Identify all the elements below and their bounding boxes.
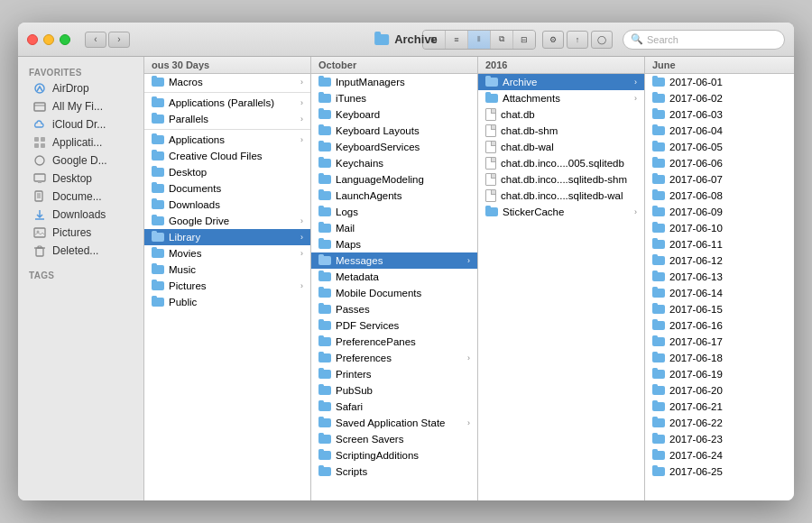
list-item[interactable]: chat.db [478,106,644,123]
sidebar-item-documents[interactable]: Docume... [22,188,140,206]
list-item[interactable]: 2017-06-07› [645,171,794,188]
list-item[interactable]: Safari [311,399,477,415]
list-item[interactable]: Keychains [311,155,477,171]
list-item[interactable]: Movies› [144,245,310,262]
list-item[interactable]: Preferences› [311,350,477,366]
list-item[interactable]: 2017-06-16› [645,317,794,334]
list-item[interactable]: Macros› [144,74,310,90]
list-item[interactable]: 2017-06-22› [645,415,794,431]
list-item[interactable]: 2017-06-19› [645,366,794,382]
list-item[interactable]: 2017-06-21› [645,399,794,415]
sidebar-item-applications[interactable]: Applicati... [22,133,140,151]
folder-icon [318,191,331,200]
list-item[interactable]: chat.db-shm [478,123,644,139]
list-item[interactable]: 2017-06-06› [645,155,794,171]
list-item[interactable]: 2017-06-17› [645,334,794,350]
list-item[interactable]: 2017-06-24› [645,447,794,463]
list-item[interactable]: 2017-06-20› [645,382,794,399]
sidebar-item-google[interactable]: Google D... [22,151,140,170]
list-item[interactable]: Messages› [311,252,477,269]
list-item[interactable]: Logs [311,204,477,220]
sidebar-item-pictures[interactable]: Pictures [22,224,140,242]
list-item[interactable]: Mail [311,220,477,236]
list-item[interactable]: Parallels› [144,111,310,127]
list-item[interactable]: 2017-06-23› [645,431,794,447]
list-item[interactable]: Metadata [311,269,477,285]
list-item[interactable]: 2017-06-15› [645,301,794,317]
list-item[interactable]: chat.db.inco....sqlitedb-wal [478,188,644,204]
list-item[interactable]: LaunchAgents [311,188,477,204]
minimize-button[interactable] [43,34,54,45]
search-placeholder: Search [647,34,678,45]
list-item[interactable]: 2017-06-03› [645,106,794,123]
list-item[interactable]: Keyboard [311,106,477,123]
forward-button[interactable]: › [108,32,130,48]
list-item[interactable]: 2017-06-11› [645,236,794,252]
list-item[interactable]: Maps [311,236,477,252]
sidebar-item-allfiles[interactable]: All My Fi... [22,97,140,115]
list-item[interactable]: Library› [144,229,310,245]
list-item[interactable]: Attachments› [478,90,644,106]
sidebar-item-airdrop[interactable]: AirDrop [22,79,140,97]
list-item[interactable]: PreferencePanes [311,334,477,350]
list-item[interactable]: Google Drive› [144,213,310,229]
list-item[interactable]: Desktop [144,164,310,180]
action-tag-button[interactable]: ◯ [591,31,613,49]
sidebar-item-downloads[interactable]: Downloads [22,206,140,224]
list-item[interactable]: 2017-06-02› [645,90,794,106]
list-item[interactable]: 2017-06-01› [645,74,794,90]
view-gallery-button[interactable]: ⊟ [513,31,535,49]
list-item[interactable]: LanguageModeling [311,171,477,188]
list-item[interactable]: Keyboard Layouts [311,123,477,139]
maximize-button[interactable] [60,34,70,45]
list-item[interactable]: Applications› [144,132,310,148]
list-item[interactable]: Music [144,262,310,278]
list-item[interactable]: 2017-06-10› [645,220,794,236]
airdrop-icon [32,81,47,96]
list-item[interactable]: Documents [144,180,310,197]
list-item[interactable]: Screen Savers [311,431,477,447]
list-item[interactable]: Creative Cloud Files [144,148,310,164]
list-item[interactable]: PubSub [311,382,477,399]
list-item[interactable]: 2017-06-18› [645,350,794,366]
sidebar-item-desktop[interactable]: Desktop [22,170,140,188]
list-item[interactable]: 2017-06-04› [645,123,794,139]
list-item[interactable]: Public [144,294,310,310]
list-item[interactable]: Printers [311,366,477,382]
list-item[interactable]: 2017-06-05› [645,139,794,155]
view-list-button[interactable]: ≡ [446,31,467,49]
list-item[interactable]: Saved Application State› [311,415,477,431]
list-item[interactable]: iTunes [311,90,477,106]
folder-icon [152,115,164,124]
list-item[interactable]: KeyboardServices [311,139,477,155]
list-item[interactable]: Archive› [478,74,644,90]
list-item[interactable]: chat.db.inco....005.sqlitedb [478,155,644,171]
list-item[interactable]: Scripts [311,463,477,480]
action-gear-button[interactable]: ⚙ [542,31,564,49]
action-share-button[interactable]: ↑ [567,31,588,49]
view-columns-button[interactable]: ⦀ [468,31,490,49]
list-item[interactable]: Downloads [144,197,310,213]
list-item[interactable]: Mobile Documents [311,285,477,301]
list-item[interactable]: 2017-06-25› [645,463,794,480]
list-item[interactable]: chat.db-wal [478,139,644,155]
view-cover-button[interactable]: ⧉ [491,31,512,49]
list-item[interactable]: 2017-06-09› [645,204,794,220]
list-item[interactable]: Pictures› [144,278,310,294]
list-item[interactable]: ScriptingAdditions [311,447,477,463]
close-button[interactable] [27,34,38,45]
list-item[interactable]: Passes [311,301,477,317]
list-item[interactable]: 2017-06-14› [645,285,794,301]
sidebar-item-icloud[interactable]: iCloud Dr... [22,115,140,133]
list-item[interactable]: 2017-06-12› [645,252,794,269]
search-bar[interactable]: 🔍 Search [623,30,785,50]
back-button[interactable]: ‹ [85,32,106,48]
list-item[interactable]: StickerCache› [478,204,644,220]
list-item[interactable]: 2017-06-13› [645,269,794,285]
list-item[interactable]: PDF Services [311,317,477,334]
list-item[interactable]: chat.db.inco....sqlitedb-shm [478,171,644,188]
sidebar-item-deleted[interactable]: Deleted... [22,242,140,260]
list-item[interactable]: InputManagers [311,74,477,90]
list-item[interactable]: Applications (Parallels)› [144,95,310,111]
list-item[interactable]: 2017-06-08› [645,188,794,204]
